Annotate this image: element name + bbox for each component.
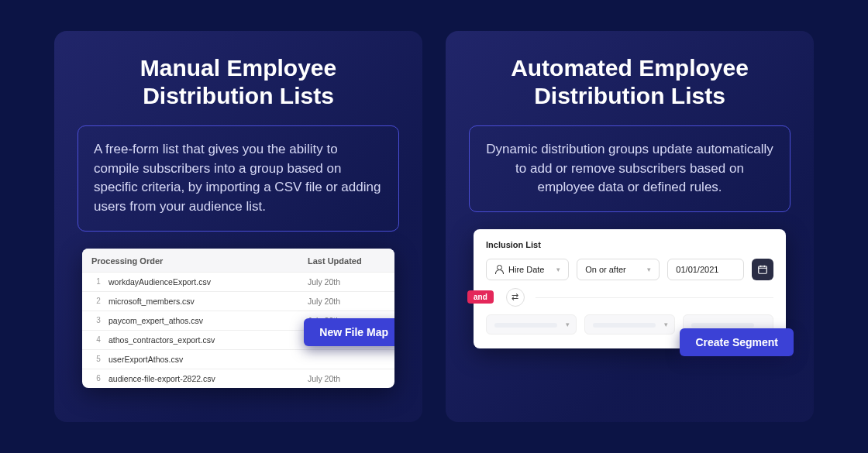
manual-description: A free-form list that gives you the abil… <box>78 125 399 232</box>
row-filename: paycom_expert_athos.csv <box>108 316 308 325</box>
row-index: 2 <box>88 297 108 305</box>
swap-icon[interactable]: ⇄ <box>506 288 525 307</box>
calendar-icon[interactable] <box>752 259 773 280</box>
person-icon <box>494 265 504 274</box>
inclusion-list-heading: Inclusion List <box>486 240 773 249</box>
row-date: July 20th <box>308 277 385 287</box>
row-date: July 20th <box>308 297 385 306</box>
manual-title: Manual Employee Distribution Lists <box>78 54 399 110</box>
row-filename: userExportAthos.csv <box>108 355 308 364</box>
rule-row: Hire Date ▾ On or after ▾ 01/01/2021 <box>486 259 773 280</box>
placeholder-operator[interactable]: ▾ <box>584 314 675 335</box>
row-filename: athos_contractors_export.csv <box>108 335 308 345</box>
operator-label: On or after <box>585 265 626 274</box>
svg-rect-0 <box>759 266 767 273</box>
date-value: 01/01/2021 <box>676 265 718 274</box>
table-row[interactable]: 6audience-file-export-2822.csvJuly 20th <box>82 369 394 388</box>
row-index: 6 <box>88 374 108 383</box>
col-last-updated: Last Updated <box>308 256 385 266</box>
automated-description: Dynamic distribution groups update autom… <box>469 125 790 212</box>
operator-select[interactable]: On or after ▾ <box>577 259 660 280</box>
file-table: Processing Order Last Updated 1workdayAu… <box>82 249 394 388</box>
chevron-down-icon: ▾ <box>664 321 668 328</box>
row-filename: workdayAudienceExport.csv <box>108 277 308 287</box>
field-select[interactable]: Hire Date ▾ <box>486 259 569 280</box>
and-connector[interactable]: and <box>467 290 494 304</box>
rule-builder: Inclusion List Hire Date ▾ On or after ▾… <box>474 229 786 348</box>
row-index: 3 <box>88 316 108 324</box>
field-label: Hire Date <box>508 265 544 274</box>
table-row[interactable]: 5userExportAthos.csv <box>82 349 394 369</box>
row-index: 4 <box>88 335 108 344</box>
row-filename: microsoft_members.csv <box>108 297 308 306</box>
col-processing-order: Processing Order <box>88 256 308 266</box>
create-segment-button[interactable]: Create Segment <box>680 328 794 356</box>
row-index: 1 <box>88 277 108 286</box>
new-file-map-button[interactable]: New File Map <box>304 318 394 346</box>
table-row[interactable]: 2microsoft_members.csvJuly 20th <box>82 291 394 311</box>
row-index: 5 <box>88 355 108 363</box>
manual-list-card: Manual Employee Distribution Lists A fre… <box>54 31 422 422</box>
automated-title: Automated Employee Distribution Lists <box>469 54 790 110</box>
placeholder-field[interactable]: ▾ <box>486 314 577 335</box>
chevron-down-icon: ▾ <box>647 266 651 273</box>
connector-row: and ⇄ <box>486 288 773 307</box>
row-date: July 20th <box>308 374 385 383</box>
chevron-down-icon: ▾ <box>566 321 570 328</box>
table-header: Processing Order Last Updated <box>82 249 394 272</box>
table-row[interactable]: 1workdayAudienceExport.csvJuly 20th <box>82 272 394 291</box>
date-input[interactable]: 01/01/2021 <box>667 259 744 280</box>
row-filename: audience-file-export-2822.csv <box>108 374 308 383</box>
automated-list-card: Automated Employee Distribution Lists Dy… <box>446 31 814 422</box>
chevron-down-icon: ▾ <box>556 266 560 273</box>
